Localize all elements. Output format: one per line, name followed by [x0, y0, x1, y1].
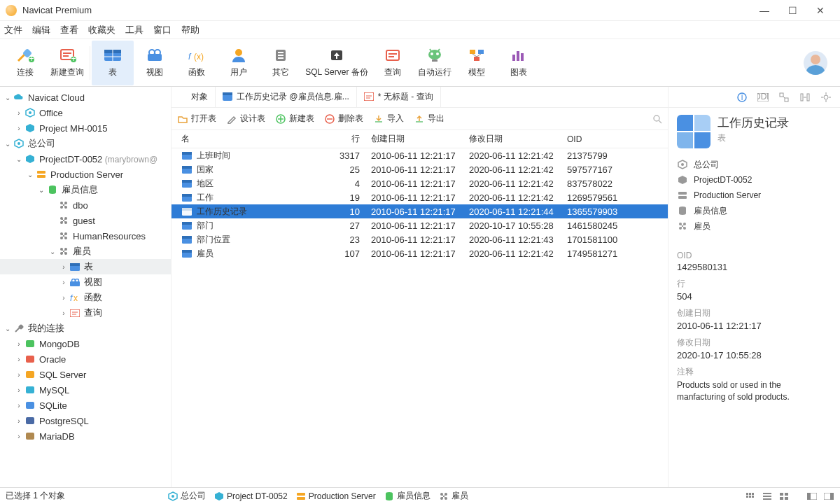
menu-favorites[interactable]: 收藏夹	[88, 24, 115, 36]
col-rows[interactable]: 行	[322, 133, 371, 145]
menu-window[interactable]: 窗口	[153, 24, 172, 36]
export-button[interactable]: 导出	[414, 113, 444, 125]
table-row[interactable]: 国家252010-06-11 12:21:172020-06-11 12:21:…	[172, 162, 668, 176]
query-button[interactable]: 查询	[372, 41, 414, 85]
chart-button[interactable]: 图表	[498, 41, 540, 85]
backup-button[interactable]: SQL Server 备份	[302, 41, 372, 85]
tree-twisty-icon[interactable]: ›	[14, 433, 24, 440]
tree-node[interactable]: ⌄ProjectDT-0052 (marybrown@	[0, 151, 171, 167]
table-row[interactable]: 地区42010-06-11 12:21:172020-06-11 12:21:4…	[172, 176, 668, 190]
new-query-button[interactable]: + 新建查询	[46, 41, 88, 85]
tree-node[interactable]: ›Office	[0, 105, 171, 120]
ddl-icon[interactable]: DDL	[757, 92, 769, 103]
col-oid[interactable]: OID	[567, 134, 668, 144]
menu-view[interactable]: 查看	[60, 24, 78, 36]
tree-twisty-icon[interactable]: ›	[14, 386, 24, 394]
other-button[interactable]: 其它	[260, 41, 302, 85]
connect-button[interactable]: + 连接	[4, 41, 46, 85]
table-row[interactable]: 部门272010-06-11 12:21:172020-10-17 10:55:…	[172, 218, 668, 232]
panel-right-icon[interactable]	[823, 491, 834, 501]
minimize-button[interactable]: —	[750, 0, 778, 21]
breadcrumb-item[interactable]: 雇员	[439, 490, 468, 502]
tab-objects[interactable]: 对象	[177, 87, 216, 107]
breadcrumb-item[interactable]: Project DT-0052	[214, 490, 288, 502]
user-button[interactable]: 用户	[218, 41, 260, 85]
tab-work-history[interactable]: 工作历史记录 @雇员信息.雇...	[216, 87, 357, 107]
model-button[interactable]: 模型	[456, 41, 498, 85]
tree-twisty-icon[interactable]: ›	[14, 402, 24, 410]
tree-node[interactable]: ›查询	[0, 305, 171, 321]
breadcrumb-item[interactable]: 雇员信息	[384, 490, 430, 502]
breadcrumb-item[interactable]: Production Server	[296, 490, 376, 502]
tree-twisty-icon[interactable]: ›	[14, 371, 24, 379]
menu-help[interactable]: 帮助	[181, 24, 200, 36]
import-button[interactable]: 导入	[373, 113, 404, 125]
tree-twisty-icon[interactable]: ⌄	[3, 140, 13, 148]
autorun-button[interactable]: 自动运行	[414, 41, 456, 85]
col-modified[interactable]: 修改日期	[469, 133, 567, 145]
table-row[interactable]: 雇员1072010-06-11 12:21:172020-06-11 12:21…	[172, 246, 668, 260]
col-name[interactable]: 名	[172, 133, 322, 145]
tree-node[interactable]: ›SQLite	[0, 398, 171, 413]
close-button[interactable]: ✕	[806, 0, 834, 21]
design-table-button[interactable]: 设计表	[226, 113, 265, 125]
tree-node[interactable]: ›MariaDB	[0, 428, 171, 444]
col-created[interactable]: 创建日期	[371, 133, 469, 145]
tree-node[interactable]: ›SQL Server	[0, 367, 171, 382]
relation-icon[interactable]	[778, 92, 790, 103]
tree-node[interactable]: ⌄雇员	[0, 244, 171, 259]
tab-untitled-query[interactable]: * 无标题 - 查询	[357, 87, 441, 107]
tree-node[interactable]: ›Project MH-0015	[0, 120, 171, 136]
view-list-icon[interactable]	[762, 491, 773, 501]
user-avatar[interactable]	[804, 51, 827, 75]
delete-table-button[interactable]: 删除表	[324, 113, 363, 125]
table-row[interactable]: 部门位置232010-06-11 12:21:172020-06-11 12:2…	[172, 232, 668, 246]
tree-node[interactable]: ›Oracle	[0, 351, 171, 367]
tree-node[interactable]: guest	[0, 213, 171, 228]
tree-twisty-icon[interactable]: ›	[14, 417, 24, 425]
info-icon[interactable]: i	[736, 92, 748, 103]
tree-node[interactable]: ⌄我的连接	[0, 321, 171, 336]
table-row[interactable]: 工作历史记录102010-06-11 12:21:172020-06-11 12…	[172, 204, 668, 218]
tree-node[interactable]: ›fx函数	[0, 290, 171, 305]
tree-node[interactable]: ›表	[0, 259, 171, 274]
tree-twisty-icon[interactable]: ⌄	[14, 155, 24, 163]
columns-icon[interactable]	[799, 92, 811, 103]
tree-twisty-icon[interactable]: ⌄	[36, 186, 46, 194]
tree-node[interactable]: dbo	[0, 197, 171, 213]
tree-node[interactable]: ›视图	[0, 274, 171, 290]
panel-left-icon[interactable]	[806, 491, 818, 501]
tree-twisty-icon[interactable]: ›	[14, 125, 24, 132]
menu-tools[interactable]: 工具	[125, 24, 144, 36]
function-button[interactable]: f(x) 函数	[176, 41, 218, 85]
breadcrumb-item[interactable]: 总公司	[168, 490, 206, 502]
tree-twisty-icon[interactable]: ›	[59, 263, 69, 271]
tree-node[interactable]: ⌄雇员信息	[0, 182, 171, 197]
tree-twisty-icon[interactable]: ⌄	[25, 171, 35, 178]
tree-node[interactable]: ⌄Production Server	[0, 167, 171, 182]
new-table-button[interactable]: 新建表	[275, 113, 314, 125]
view-button[interactable]: 视图	[134, 41, 176, 85]
tree-node[interactable]: ›MySQL	[0, 382, 171, 398]
tree-node[interactable]: ›PostgreSQL	[0, 413, 171, 428]
tree-twisty-icon[interactable]: ›	[14, 340, 24, 348]
maximize-button[interactable]: ☐	[778, 0, 806, 21]
view-grid-icon[interactable]	[745, 491, 756, 501]
tree-twisty-icon[interactable]: ›	[59, 279, 69, 286]
view-detail-icon[interactable]	[778, 491, 790, 501]
tree-twisty-icon[interactable]: ⌄	[3, 325, 13, 332]
tree-twisty-icon[interactable]: ⌄	[3, 94, 13, 102]
menu-file[interactable]: 文件	[4, 24, 22, 36]
open-table-button[interactable]: 打开表	[177, 113, 216, 125]
menu-edit[interactable]: 编辑	[32, 24, 50, 36]
settings-icon[interactable]	[820, 92, 832, 103]
table-button[interactable]: 表	[92, 41, 134, 85]
tree-node[interactable]: ⌄Navicat Cloud	[0, 90, 171, 105]
connection-tree[interactable]: ⌄Navicat Cloud›Office›Project MH-0015⌄总公…	[0, 87, 172, 487]
tree-twisty-icon[interactable]: ›	[59, 294, 69, 302]
search-icon[interactable]	[652, 114, 662, 124]
tree-twisty-icon[interactable]: ›	[14, 109, 24, 117]
tree-twisty-icon[interactable]: ⌄	[48, 248, 57, 255]
table-row[interactable]: 工作192010-06-11 12:21:172020-06-11 12:21:…	[172, 190, 668, 204]
tree-twisty-icon[interactable]: ›	[59, 309, 69, 317]
